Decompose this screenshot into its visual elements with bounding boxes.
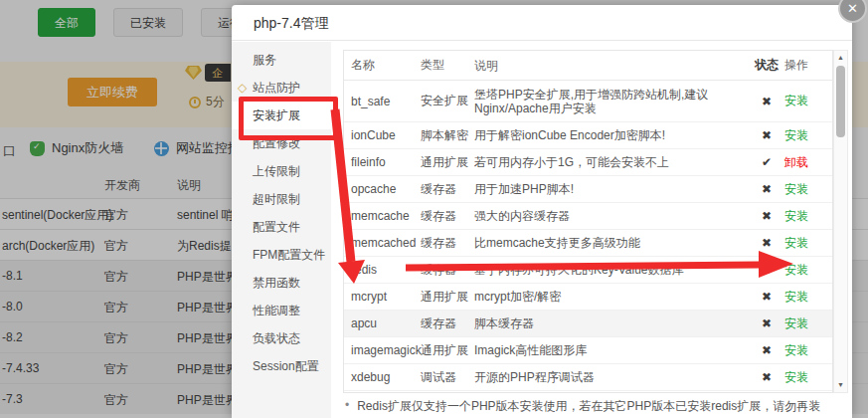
redis-note-text: Redis扩展仅支持一个PHP版本安装使用，若在其它PHP版本已安装redis扩…	[357, 398, 820, 415]
extension-row-imagemagick: imagemagick通用扩展Imagick高性能图形库✖安装	[344, 337, 832, 364]
extension-desc: mcrypt加密/解密	[474, 290, 749, 304]
scrollbar[interactable]: ▲ ▼	[833, 50, 848, 393]
dialog-sidebar: 服务◇站点防护安装扩展配置修改上传限制超时限制配置文件FPM配置文件禁用函数性能…	[232, 42, 331, 418]
install-link-xdebug[interactable]: 安装	[784, 369, 832, 386]
extension-desc: 比memcache支持更多高级功能	[474, 236, 749, 250]
screen: 全部已安装运行环境 立即续费 企 5分 口 Nginx防火墙网站监控报表 开发商…	[0, 0, 868, 418]
extension-name: memcached	[344, 236, 421, 250]
install-link-bt_safe[interactable]: 安装	[784, 93, 832, 109]
sidebar-item-label: 配置修改	[253, 136, 300, 150]
extension-row-fileinfo: fileinfo通用扩展若可用内存小于1G，可能会安装不上✔卸载	[344, 149, 832, 176]
extension-desc: 基于内存亦可持久化的Key-Value数据库	[474, 263, 749, 277]
install-link-apcu[interactable]: 安装	[784, 315, 832, 332]
status-not-installed-icon: ✖	[749, 290, 784, 304]
extension-name: imagemagick	[344, 343, 421, 357]
sidebar-item-label: 超时限制	[253, 192, 300, 206]
status-not-installed-icon: ✖	[749, 95, 784, 108]
extension-desc: 强大的内容缓存器	[474, 209, 749, 223]
extension-name: bt_safe	[344, 95, 421, 108]
redis-note: • Redis扩展仅支持一个PHP版本安装使用，若在其它PHP版本已安装redi…	[345, 398, 842, 415]
uninstall-link-fileinfo[interactable]: 卸载	[784, 154, 832, 171]
extension-name: xdebug	[344, 370, 421, 384]
status-not-installed-icon: ✖	[749, 343, 784, 357]
sidebar-item-services[interactable]: 服务	[232, 46, 331, 74]
status-not-installed-icon: ✖	[749, 370, 784, 384]
column-header: 名称	[344, 57, 421, 74]
column-header: 类型	[421, 57, 474, 74]
extension-type: 调试器	[421, 369, 474, 386]
status-not-installed-icon: ✖	[749, 128, 784, 142]
sidebar-item-label: 上传限制	[253, 164, 300, 178]
extension-name: memcache	[344, 209, 421, 223]
install-link-mcrypt[interactable]: 安装	[784, 289, 832, 306]
extension-row-memcache: memcache缓存器强大的内容缓存器✖安装	[344, 203, 832, 230]
extension-row-redis: redis缓存器基于内存亦可持久化的Key-Value数据库✖安装	[344, 257, 832, 284]
sidebar-item-config-file[interactable]: 配置文件	[232, 213, 331, 241]
extension-scroll-area: 名称类型说明状态操作 bt_safe安全扩展堡塔PHP安全扩展,用于增强防跨站机…	[343, 50, 848, 393]
sidebar-item-label: Session配置	[253, 359, 319, 373]
extension-name: apcu	[344, 316, 421, 330]
extension-row-opcache: opcache缓存器用于加速PHP脚本!✖安装	[344, 176, 832, 203]
status-not-installed-icon: ✖	[749, 316, 784, 330]
column-header: 说明	[474, 59, 749, 73]
dialog-title: php-7.4管理	[232, 5, 852, 41]
install-link-imagemagick[interactable]: 安装	[784, 342, 832, 359]
scroll-down-arrow-icon[interactable]: ▼	[834, 378, 847, 392]
extension-type: 通用扩展	[421, 289, 474, 306]
bullet-icon: •	[345, 398, 349, 412]
extension-type: 缓存器	[421, 262, 474, 279]
extension-name: mcrypt	[344, 290, 421, 304]
status-not-installed-icon: ✖	[749, 182, 784, 196]
sidebar-item-disabled-functions[interactable]: 禁用函数	[232, 269, 331, 297]
extension-desc: 用于加速PHP脚本!	[474, 182, 749, 196]
install-link-redis[interactable]: 安装	[784, 262, 832, 279]
extension-type: 缓存器	[421, 181, 474, 198]
extension-desc: Imagick高性能图形库	[474, 343, 749, 357]
scroll-up-arrow-icon[interactable]: ▲	[834, 51, 847, 65]
install-link-ionCube[interactable]: 安装	[784, 127, 832, 144]
scrollbar-thumb[interactable]	[836, 66, 845, 137]
sidebar-item-session-config[interactable]: Session配置	[232, 352, 331, 380]
sidebar-item-label: 站点防护	[253, 81, 300, 95]
sidebar-item-config-modify[interactable]: 配置修改	[232, 129, 331, 157]
sidebar-item-label: 服务	[253, 53, 276, 67]
sidebar-item-label: 禁用函数	[253, 276, 300, 290]
extension-type: 缓存器	[421, 315, 474, 332]
extension-desc: 用于解密ionCube Encoder加密脚本!	[474, 128, 749, 142]
extension-desc: 开源的PHP程序调试器	[474, 370, 749, 384]
extension-type: 缓存器	[421, 208, 474, 225]
sidebar-item-label: FPM配置文件	[253, 248, 325, 262]
sidebar-item-label: 性能调整	[253, 304, 300, 317]
sidebar-item-site-protection[interactable]: ◇站点防护	[232, 74, 331, 102]
column-header: 状态	[749, 57, 784, 74]
install-link-memcache[interactable]: 安装	[784, 208, 832, 225]
extension-name: ionCube	[344, 128, 421, 142]
sidebar-item-upload-limit[interactable]: 上传限制	[232, 157, 331, 185]
sidebar-item-fpm-config-file[interactable]: FPM配置文件	[232, 241, 331, 269]
extension-type: 安全扩展	[421, 93, 474, 109]
sidebar-item-install-extensions[interactable]: 安装扩展	[232, 102, 331, 129]
extension-name: fileinfo	[344, 155, 421, 169]
extension-row-mcrypt: mcrypt通用扩展mcrypt加密/解密✖安装	[344, 284, 832, 311]
extension-desc: 脚本缓存器	[474, 316, 749, 330]
php-manage-dialog: php-7.4管理 服务◇站点防护安装扩展配置修改上传限制超时限制配置文件FPM…	[232, 5, 852, 418]
status-not-installed-icon: ✖	[749, 263, 784, 277]
extension-row-ionCube: ionCube脚本解密用于解密ionCube Encoder加密脚本!✖安装	[344, 122, 832, 149]
extension-type: 脚本解密	[421, 127, 474, 144]
extension-table-body: bt_safe安全扩展堡塔PHP安全扩展,用于增强防跨站机制,建议Nginx/A…	[344, 81, 832, 391]
sidebar-item-performance-tuning[interactable]: 性能调整	[232, 297, 331, 324]
sidebar-item-load-status[interactable]: 负载状态	[232, 324, 331, 352]
extension-type: 缓存器	[421, 235, 474, 252]
status-installed-icon: ✔	[749, 155, 784, 169]
sidebar-item-label: 安装扩展	[253, 108, 300, 122]
extension-name: opcache	[344, 182, 421, 196]
extension-row-bt_safe: bt_safe安全扩展堡塔PHP安全扩展,用于增强防跨站机制,建议Nginx/A…	[344, 81, 832, 122]
extension-row-apcu: apcu缓存器脚本缓存器✖安装	[344, 311, 832, 337]
sidebar-item-timeout-limit[interactable]: 超时限制	[232, 185, 331, 213]
extension-desc: 堡塔PHP安全扩展,用于增强防跨站机制,建议Nginx/Apache用户安装	[474, 88, 749, 115]
extension-name: redis	[344, 263, 421, 277]
install-link-memcached[interactable]: 安装	[784, 235, 832, 252]
column-header: 操作	[784, 57, 832, 74]
sidebar-item-label: 配置文件	[253, 220, 300, 234]
install-link-opcache[interactable]: 安装	[784, 181, 832, 198]
